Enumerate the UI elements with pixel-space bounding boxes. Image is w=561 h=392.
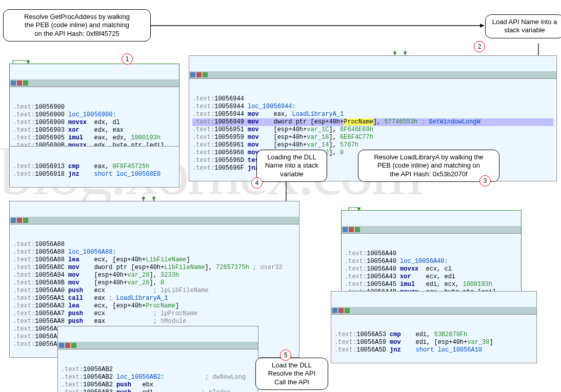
- callout-4: Loading the DLL Name into a stack variab…: [256, 150, 327, 182]
- ida-block-3b: .text:10056A53 cmp edi, 53B2070Fh.text:1…: [331, 291, 537, 363]
- callout-1: Resolve GetProcAddess by walking the PEB…: [3, 9, 151, 42]
- ida-block-1b: .text:10056913 cmp eax, 0F8F45725h.text:…: [9, 146, 179, 188]
- callout-5: Load the DLL Resolve the API Call the AP…: [255, 358, 328, 390]
- badge-1: 1: [122, 53, 133, 65]
- callout-3: Resolve LoadLibraryA by walking the PEB …: [358, 150, 499, 182]
- badge-2: 2: [474, 41, 485, 52]
- badge-5: 5: [280, 349, 291, 361]
- badge-3: 3: [479, 175, 491, 187]
- badge-4: 4: [251, 177, 263, 189]
- ida-block-5: .text:10056AB2.text:10056AB2 loc_10056AB…: [57, 326, 258, 392]
- callout-2: Load API Name into a stack variable: [485, 14, 561, 38]
